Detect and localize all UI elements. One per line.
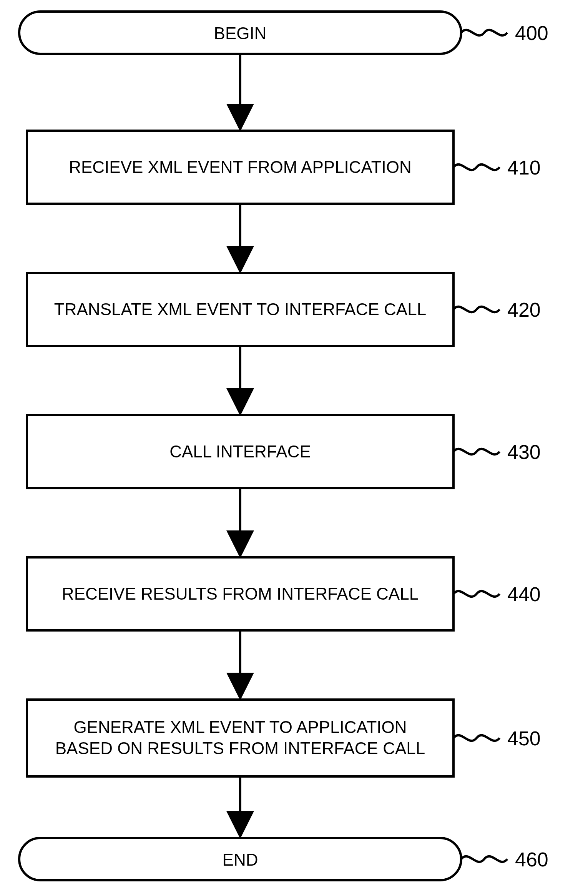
callout-squiggle: [453, 165, 500, 170]
step1-text: RECIEVE XML EVENT FROM APPLICATION: [69, 158, 412, 176]
end-node: END: [19, 838, 461, 880]
begin-label: 400: [515, 22, 548, 44]
begin-node: BEGIN: [19, 12, 461, 54]
callout-squiggle: [453, 307, 500, 312]
step5-label: 450: [507, 727, 541, 750]
step4-label: 440: [507, 583, 541, 605]
callout-squiggle: [453, 591, 500, 597]
callout-squiggle: [461, 30, 507, 35]
step5-node: GENERATE XML EVENT TO APPLICATION BASED …: [27, 700, 453, 776]
step5-line1: GENERATE XML EVENT TO APPLICATION: [73, 718, 407, 736]
flowchart: BEGIN 400 RECIEVE XML EVENT FROM APPLICA…: [0, 0, 588, 891]
callout-squiggle: [453, 449, 500, 454]
step2-label: 420: [507, 299, 541, 321]
end-text: END: [223, 850, 258, 869]
callout-squiggle: [461, 856, 507, 862]
step3-text: CALL INTERFACE: [169, 442, 311, 461]
step3-node: CALL INTERFACE: [27, 415, 453, 488]
step1-label: 410: [507, 156, 541, 179]
step4-node: RECEIVE RESULTS FROM INTERFACE CALL: [27, 557, 453, 630]
step1-node: RECIEVE XML EVENT FROM APPLICATION: [27, 131, 453, 204]
svg-rect-5: [27, 700, 453, 776]
step2-node: TRANSLATE XML EVENT TO INTERFACE CALL: [27, 273, 453, 346]
step3-label: 430: [507, 441, 541, 463]
end-label: 460: [515, 848, 548, 871]
step4-text: RECEIVE RESULTS FROM INTERFACE CALL: [62, 584, 419, 603]
step2-text: TRANSLATE XML EVENT TO INTERFACE CALL: [54, 300, 426, 319]
step5-line2: BASED ON RESULTS FROM INTERFACE CALL: [55, 739, 425, 758]
begin-text: BEGIN: [214, 24, 267, 43]
callout-squiggle: [453, 735, 500, 741]
